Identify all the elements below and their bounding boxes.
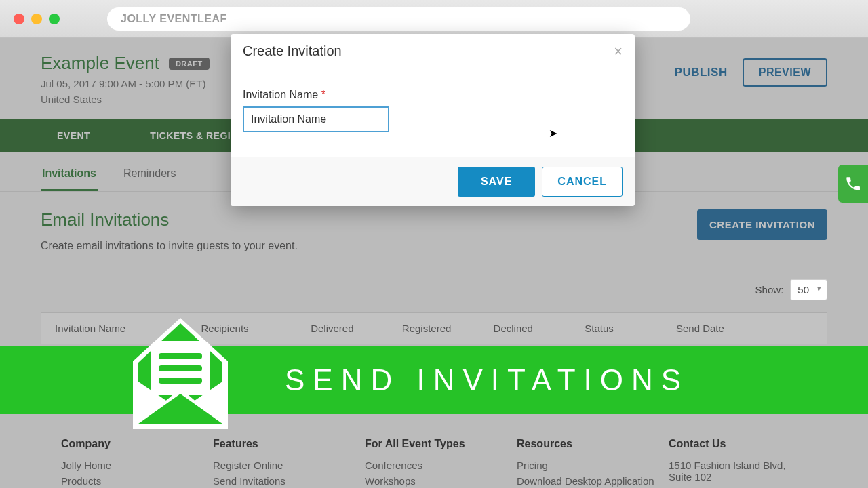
modal-title: Create Invitation bbox=[243, 43, 342, 59]
svg-rect-3 bbox=[159, 353, 202, 359]
window-zoom-icon[interactable] bbox=[49, 14, 60, 24]
footer-link[interactable]: Download Desktop Application bbox=[517, 475, 655, 487]
footer-company-heading: Company bbox=[61, 438, 199, 450]
phone-icon bbox=[844, 175, 862, 192]
footer-link[interactable]: Send Invitations bbox=[213, 475, 351, 487]
window-close-icon[interactable] bbox=[14, 14, 24, 24]
footer-link[interactable]: Jolly Home bbox=[61, 460, 199, 471]
cancel-button[interactable]: CANCEL bbox=[542, 167, 623, 197]
create-invitation-modal: Create Invitation × Invitation Name * SA… bbox=[231, 34, 635, 206]
svg-rect-5 bbox=[159, 378, 202, 384]
field-label-invitation-name: Invitation Name * bbox=[243, 89, 623, 101]
footer-text: 1510 Fashion Island Blvd, Suite 102 bbox=[669, 460, 807, 483]
footer-features-heading: Features bbox=[213, 438, 351, 450]
footer-resources-heading: Resources bbox=[517, 438, 655, 450]
save-button[interactable]: SAVE bbox=[458, 167, 535, 197]
footer-contact-heading: Contact Us bbox=[669, 438, 807, 450]
banner-text: SEND INVITATIONS bbox=[285, 363, 689, 397]
show-count-select[interactable]: 50 bbox=[790, 279, 827, 300]
footer-link[interactable]: Pricing bbox=[517, 460, 655, 471]
footer-link[interactable]: Workshops bbox=[365, 475, 503, 487]
promo-banner: SEND INVITATIONS bbox=[0, 346, 868, 414]
required-mark: * bbox=[321, 89, 326, 100]
invitation-name-input[interactable] bbox=[243, 106, 389, 132]
address-bar[interactable]: JOLLY EVENTLEAF bbox=[107, 7, 690, 30]
footer-link[interactable]: Products bbox=[61, 475, 199, 487]
footer-link[interactable]: Register Online bbox=[213, 460, 351, 471]
mac-titlebar: JOLLY EVENTLEAF bbox=[0, 0, 868, 38]
envelope-icon bbox=[126, 314, 235, 436]
window-minimize-icon[interactable] bbox=[31, 14, 42, 24]
svg-rect-4 bbox=[159, 365, 202, 371]
close-icon[interactable]: × bbox=[614, 44, 623, 59]
footer: Company Jolly Home Products Features Reg… bbox=[0, 427, 868, 488]
footer-link[interactable]: Conferences bbox=[365, 460, 503, 471]
cursor-icon: ➤ bbox=[549, 127, 557, 140]
footer-types-heading: For All Event Types bbox=[365, 438, 503, 450]
phone-tab[interactable] bbox=[838, 165, 868, 203]
